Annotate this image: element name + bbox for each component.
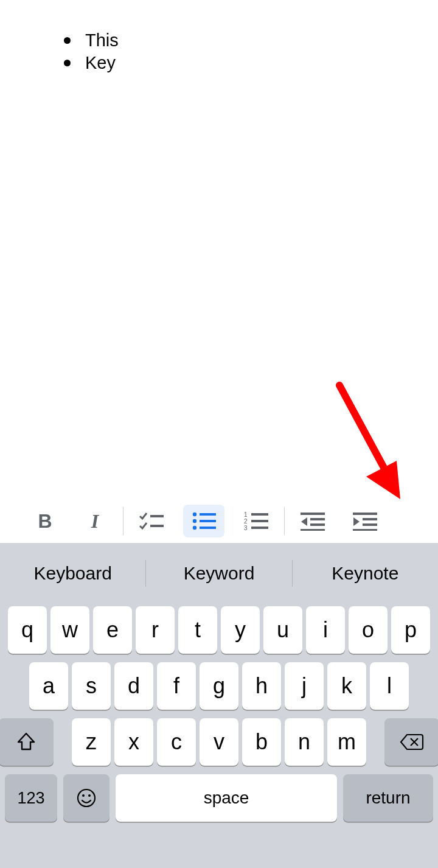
separator bbox=[284, 507, 285, 535]
key-g[interactable]: g bbox=[200, 662, 238, 710]
svg-point-30 bbox=[88, 794, 91, 797]
key-d[interactable]: d bbox=[114, 662, 153, 710]
bulleted-list-button[interactable] bbox=[183, 505, 224, 537]
svg-marker-20 bbox=[301, 517, 307, 526]
suggestion[interactable]: Keyboard bbox=[0, 563, 145, 584]
svg-rect-14 bbox=[251, 520, 268, 522]
svg-rect-8 bbox=[200, 520, 216, 522]
key-u[interactable]: u bbox=[263, 606, 302, 654]
svg-rect-2 bbox=[150, 515, 164, 517]
key-t[interactable]: t bbox=[178, 606, 217, 654]
italic-button[interactable]: I bbox=[74, 505, 116, 537]
suggestion[interactable]: Keynote bbox=[293, 563, 438, 584]
indent-decrease-icon bbox=[301, 511, 325, 531]
keyboard-row: z x c v b n m bbox=[5, 718, 433, 766]
svg-rect-23 bbox=[363, 523, 377, 526]
format-toolbar: B I 1 2 3 bbox=[0, 499, 438, 543]
indent-decrease-button[interactable] bbox=[292, 505, 333, 537]
return-key[interactable]: return bbox=[343, 774, 433, 822]
suggestion[interactable]: Keyword bbox=[146, 563, 291, 584]
document-editor[interactable]: This Key bbox=[0, 0, 438, 499]
svg-rect-9 bbox=[200, 527, 216, 529]
key-z[interactable]: z bbox=[72, 718, 111, 766]
key-f[interactable]: f bbox=[157, 662, 196, 710]
svg-marker-25 bbox=[353, 517, 360, 526]
numbers-key[interactable]: 123 bbox=[5, 774, 57, 822]
key-m[interactable]: m bbox=[327, 718, 366, 766]
svg-rect-22 bbox=[363, 518, 377, 520]
svg-rect-17 bbox=[310, 518, 325, 520]
indent-increase-icon bbox=[353, 511, 377, 531]
svg-rect-15 bbox=[251, 527, 268, 529]
emoji-icon bbox=[76, 788, 97, 808]
bulleted-list-icon bbox=[192, 511, 216, 531]
numbered-list-icon: 1 2 3 bbox=[244, 511, 268, 531]
key-o[interactable]: o bbox=[349, 606, 388, 654]
svg-rect-16 bbox=[301, 513, 325, 515]
keyboard-row: a s d f g h j k l bbox=[5, 662, 433, 710]
shift-key[interactable] bbox=[0, 718, 54, 766]
key-k[interactable]: k bbox=[327, 662, 366, 710]
key-h[interactable]: h bbox=[242, 662, 281, 710]
keyboard-row: q w e r t y u i o p bbox=[5, 604, 433, 654]
key-i[interactable]: i bbox=[306, 606, 345, 654]
italic-icon: I bbox=[91, 510, 99, 533]
space-key[interactable]: space bbox=[116, 774, 337, 822]
key-e[interactable]: e bbox=[93, 606, 132, 654]
svg-text:3: 3 bbox=[244, 525, 248, 531]
svg-point-6 bbox=[193, 526, 196, 530]
bullet-list[interactable]: This Key bbox=[43, 29, 395, 74]
checklist-icon bbox=[139, 511, 164, 531]
keyboard: q w e r t y u i o p a s d f g h j k l z … bbox=[0, 604, 438, 868]
key-v[interactable]: v bbox=[200, 718, 238, 766]
key-a[interactable]: a bbox=[29, 662, 68, 710]
svg-rect-13 bbox=[251, 513, 268, 516]
svg-point-4 bbox=[193, 513, 196, 516]
keyboard-row: 123 space return bbox=[5, 774, 433, 822]
key-y[interactable]: y bbox=[221, 606, 260, 654]
emoji-key[interactable] bbox=[63, 774, 109, 822]
shift-icon bbox=[16, 732, 36, 752]
svg-text:1: 1 bbox=[244, 511, 248, 518]
svg-rect-18 bbox=[310, 523, 325, 526]
svg-rect-19 bbox=[301, 529, 325, 531]
svg-point-29 bbox=[82, 794, 85, 797]
svg-rect-3 bbox=[150, 525, 164, 527]
key-n[interactable]: n bbox=[285, 718, 324, 766]
key-r[interactable]: r bbox=[136, 606, 175, 654]
checklist-button[interactable] bbox=[131, 505, 172, 537]
key-s[interactable]: s bbox=[72, 662, 111, 710]
key-c[interactable]: c bbox=[157, 718, 196, 766]
key-b[interactable]: b bbox=[242, 718, 281, 766]
list-item[interactable]: This bbox=[64, 29, 395, 52]
separator bbox=[123, 507, 123, 535]
key-q[interactable]: q bbox=[8, 606, 47, 654]
svg-text:2: 2 bbox=[244, 518, 248, 525]
bold-button[interactable]: B bbox=[24, 505, 66, 537]
svg-rect-24 bbox=[353, 529, 377, 531]
key-w[interactable]: w bbox=[50, 606, 89, 654]
indent-increase-button[interactable] bbox=[344, 505, 386, 537]
backspace-key[interactable] bbox=[384, 718, 438, 766]
svg-rect-21 bbox=[353, 513, 377, 515]
svg-point-5 bbox=[193, 519, 196, 523]
list-item[interactable]: Key bbox=[64, 52, 395, 74]
svg-point-28 bbox=[78, 789, 95, 807]
suggestion-bar: Keyboard Keyword Keynote bbox=[0, 543, 438, 604]
backspace-icon bbox=[400, 733, 424, 751]
key-x[interactable]: x bbox=[114, 718, 153, 766]
key-j[interactable]: j bbox=[285, 662, 324, 710]
numbered-list-button[interactable]: 1 2 3 bbox=[235, 505, 277, 537]
key-l[interactable]: l bbox=[370, 662, 409, 710]
svg-rect-7 bbox=[200, 513, 216, 516]
bold-icon: B bbox=[38, 510, 52, 533]
key-p[interactable]: p bbox=[391, 606, 430, 654]
